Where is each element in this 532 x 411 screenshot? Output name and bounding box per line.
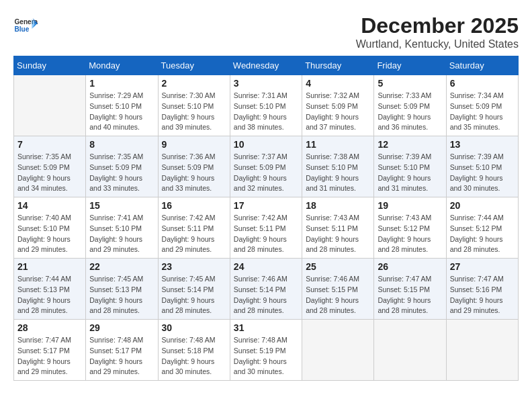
- day-header-wednesday: Wednesday: [230, 56, 302, 75]
- calendar-cell: [14, 75, 86, 136]
- logo: General Blue: [13, 13, 38, 38]
- day-header-thursday: Thursday: [302, 56, 374, 75]
- day-number: 12: [378, 139, 442, 150]
- day-info: Sunrise: 7:45 AMSunset: 5:14 PMDaylight:…: [162, 274, 226, 316]
- day-info: Sunrise: 7:44 AMSunset: 5:12 PMDaylight:…: [450, 213, 515, 255]
- week-row-5: 28Sunrise: 7:47 AMSunset: 5:17 PMDayligh…: [14, 320, 519, 381]
- calendar-cell: 28Sunrise: 7:47 AMSunset: 5:17 PMDayligh…: [14, 320, 86, 381]
- calendar-cell: 20Sunrise: 7:44 AMSunset: 5:12 PMDayligh…: [446, 197, 518, 259]
- calendar-cell: [446, 320, 518, 381]
- day-info: Sunrise: 7:43 AMSunset: 5:11 PMDaylight:…: [306, 213, 370, 255]
- day-number: 13: [450, 139, 515, 150]
- day-info: Sunrise: 7:33 AMSunset: 5:09 PMDaylight:…: [378, 91, 442, 133]
- day-number: 18: [306, 200, 370, 211]
- day-number: 14: [17, 200, 82, 211]
- calendar-cell: 24Sunrise: 7:46 AMSunset: 5:14 PMDayligh…: [230, 259, 302, 320]
- day-info: Sunrise: 7:30 AMSunset: 5:10 PMDaylight:…: [162, 91, 226, 133]
- day-number: 8: [89, 139, 154, 150]
- day-info: Sunrise: 7:48 AMSunset: 5:17 PMDaylight:…: [89, 335, 154, 377]
- day-header-saturday: Saturday: [446, 56, 518, 75]
- day-number: 25: [306, 261, 370, 272]
- calendar-header-row: SundayMondayTuesdayWednesdayThursdayFrid…: [14, 56, 519, 75]
- day-number: 2: [162, 78, 226, 89]
- day-info: Sunrise: 7:39 AMSunset: 5:10 PMDaylight:…: [450, 152, 515, 194]
- day-info: Sunrise: 7:34 AMSunset: 5:09 PMDaylight:…: [450, 91, 515, 133]
- day-number: 24: [234, 261, 298, 272]
- day-number: 1: [89, 78, 154, 89]
- day-number: 3: [234, 78, 298, 89]
- day-info: Sunrise: 7:31 AMSunset: 5:10 PMDaylight:…: [234, 91, 298, 133]
- week-row-4: 21Sunrise: 7:44 AMSunset: 5:13 PMDayligh…: [14, 259, 519, 320]
- day-info: Sunrise: 7:36 AMSunset: 5:09 PMDaylight:…: [162, 152, 226, 194]
- calendar-cell: 31Sunrise: 7:48 AMSunset: 5:19 PMDayligh…: [230, 320, 302, 381]
- day-info: Sunrise: 7:42 AMSunset: 5:11 PMDaylight:…: [234, 213, 298, 255]
- location-title: Wurtland, Kentucky, United States: [356, 38, 519, 50]
- calendar-cell: [374, 320, 446, 381]
- day-header-tuesday: Tuesday: [158, 56, 230, 75]
- day-info: Sunrise: 7:44 AMSunset: 5:13 PMDaylight:…: [17, 274, 82, 316]
- calendar-cell: 3Sunrise: 7:31 AMSunset: 5:10 PMDaylight…: [230, 75, 302, 136]
- calendar-cell: 25Sunrise: 7:46 AMSunset: 5:15 PMDayligh…: [302, 259, 374, 320]
- calendar-cell: 30Sunrise: 7:48 AMSunset: 5:18 PMDayligh…: [158, 320, 230, 381]
- calendar-cell: 18Sunrise: 7:43 AMSunset: 5:11 PMDayligh…: [302, 197, 374, 259]
- calendar-cell: 10Sunrise: 7:37 AMSunset: 5:09 PMDayligh…: [230, 136, 302, 197]
- day-info: Sunrise: 7:38 AMSunset: 5:10 PMDaylight:…: [306, 152, 370, 194]
- calendar-cell: 11Sunrise: 7:38 AMSunset: 5:10 PMDayligh…: [302, 136, 374, 197]
- week-row-3: 14Sunrise: 7:40 AMSunset: 5:10 PMDayligh…: [14, 197, 519, 259]
- day-header-friday: Friday: [374, 56, 446, 75]
- day-number: 9: [162, 139, 226, 150]
- day-number: 4: [306, 78, 370, 89]
- day-info: Sunrise: 7:29 AMSunset: 5:10 PMDaylight:…: [89, 91, 154, 133]
- day-info: Sunrise: 7:47 AMSunset: 5:15 PMDaylight:…: [378, 274, 442, 316]
- day-info: Sunrise: 7:43 AMSunset: 5:12 PMDaylight:…: [378, 213, 442, 255]
- day-number: 23: [162, 261, 226, 272]
- title-area: December 2025 Wurtland, Kentucky, United…: [356, 13, 519, 50]
- day-number: 28: [17, 322, 82, 333]
- week-row-1: 1Sunrise: 7:29 AMSunset: 5:10 PMDaylight…: [14, 75, 519, 136]
- day-header-monday: Monday: [86, 56, 158, 75]
- day-info: Sunrise: 7:35 AMSunset: 5:09 PMDaylight:…: [17, 152, 82, 194]
- calendar-cell: 12Sunrise: 7:39 AMSunset: 5:10 PMDayligh…: [374, 136, 446, 197]
- day-number: 29: [89, 322, 154, 333]
- calendar-cell: [302, 320, 374, 381]
- calendar-cell: 5Sunrise: 7:33 AMSunset: 5:09 PMDaylight…: [374, 75, 446, 136]
- calendar-cell: 14Sunrise: 7:40 AMSunset: 5:10 PMDayligh…: [14, 197, 86, 259]
- day-number: 20: [450, 200, 515, 211]
- calendar-cell: 9Sunrise: 7:36 AMSunset: 5:09 PMDaylight…: [158, 136, 230, 197]
- calendar-cell: 16Sunrise: 7:42 AMSunset: 5:11 PMDayligh…: [158, 197, 230, 259]
- calendar-cell: 4Sunrise: 7:32 AMSunset: 5:09 PMDaylight…: [302, 75, 374, 136]
- svg-text:Blue: Blue: [14, 26, 29, 33]
- calendar-cell: 26Sunrise: 7:47 AMSunset: 5:15 PMDayligh…: [374, 259, 446, 320]
- calendar-cell: 29Sunrise: 7:48 AMSunset: 5:17 PMDayligh…: [86, 320, 158, 381]
- day-number: 30: [162, 322, 226, 333]
- logo-icon: General Blue: [13, 13, 38, 38]
- calendar-cell: 7Sunrise: 7:35 AMSunset: 5:09 PMDaylight…: [14, 136, 86, 197]
- calendar-cell: 21Sunrise: 7:44 AMSunset: 5:13 PMDayligh…: [14, 259, 86, 320]
- month-title: December 2025: [356, 13, 519, 38]
- page-header: General Blue December 2025 Wurtland, Ken…: [13, 13, 519, 50]
- calendar-table: SundayMondayTuesdayWednesdayThursdayFrid…: [13, 56, 519, 381]
- day-info: Sunrise: 7:47 AMSunset: 5:16 PMDaylight:…: [450, 274, 515, 316]
- calendar-cell: 17Sunrise: 7:42 AMSunset: 5:11 PMDayligh…: [230, 197, 302, 259]
- calendar-cell: 19Sunrise: 7:43 AMSunset: 5:12 PMDayligh…: [374, 197, 446, 259]
- day-info: Sunrise: 7:40 AMSunset: 5:10 PMDaylight:…: [17, 213, 82, 255]
- day-info: Sunrise: 7:37 AMSunset: 5:09 PMDaylight:…: [234, 152, 298, 194]
- calendar-cell: 6Sunrise: 7:34 AMSunset: 5:09 PMDaylight…: [446, 75, 518, 136]
- day-info: Sunrise: 7:32 AMSunset: 5:09 PMDaylight:…: [306, 91, 370, 133]
- day-info: Sunrise: 7:46 AMSunset: 5:14 PMDaylight:…: [234, 274, 298, 316]
- day-info: Sunrise: 7:35 AMSunset: 5:09 PMDaylight:…: [89, 152, 154, 194]
- calendar-cell: 1Sunrise: 7:29 AMSunset: 5:10 PMDaylight…: [86, 75, 158, 136]
- day-number: 19: [378, 200, 442, 211]
- day-number: 16: [162, 200, 226, 211]
- calendar-cell: 27Sunrise: 7:47 AMSunset: 5:16 PMDayligh…: [446, 259, 518, 320]
- day-number: 5: [378, 78, 442, 89]
- day-number: 15: [89, 200, 154, 211]
- calendar-cell: 2Sunrise: 7:30 AMSunset: 5:10 PMDaylight…: [158, 75, 230, 136]
- day-info: Sunrise: 7:48 AMSunset: 5:18 PMDaylight:…: [162, 335, 226, 377]
- day-info: Sunrise: 7:39 AMSunset: 5:10 PMDaylight:…: [378, 152, 442, 194]
- day-number: 10: [234, 139, 298, 150]
- day-info: Sunrise: 7:42 AMSunset: 5:11 PMDaylight:…: [162, 213, 226, 255]
- day-number: 17: [234, 200, 298, 211]
- day-number: 26: [378, 261, 442, 272]
- calendar-cell: 22Sunrise: 7:45 AMSunset: 5:13 PMDayligh…: [86, 259, 158, 320]
